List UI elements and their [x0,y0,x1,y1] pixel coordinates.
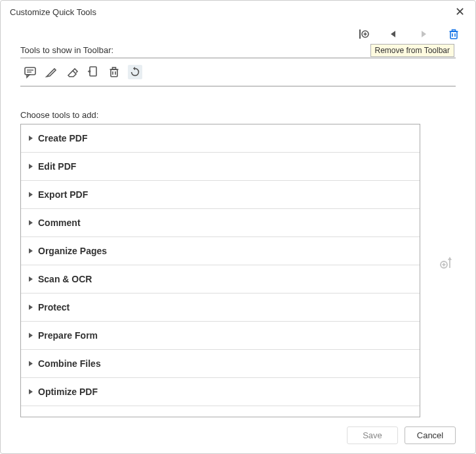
expand-triangle-icon [29,276,33,282]
move-right-button[interactable] [418,28,429,40]
dialog-title: Customize Quick Tools [10,7,96,17]
category-label: Scan & OCR [38,274,92,284]
remove-from-toolbar-button[interactable] [448,28,460,40]
page-arrow-icon[interactable] [86,65,100,79]
category-label: Protect [38,302,69,312]
category-item[interactable]: Comment [21,209,420,237]
choose-tools-row: Create PDFEdit PDFExport PDFCommentOrgan… [20,124,456,417]
category-label: Export PDF [38,189,88,200]
titlebar: Customize Quick Tools ✕ [1,1,475,23]
svg-rect-16 [111,69,117,77]
current-toolbar [20,58,456,86]
cancel-button[interactable]: Cancel [405,426,456,444]
category-label: Prepare Form [38,330,98,341]
svg-rect-6 [450,31,457,39]
category-label: Combine Files [38,358,101,369]
category-label: Comment [38,218,81,228]
remove-tooltip: Remove from Toolbar [370,44,455,57]
eraser-icon[interactable] [65,65,79,79]
category-label: Optimize PDF [38,387,98,397]
customize-quick-tools-dialog: Customize Quick Tools ✕ Tools to show in… [0,0,476,454]
close-icon[interactable]: ✕ [451,3,469,20]
category-label: Create PDF [38,133,87,143]
category-item[interactable]: Combine Files [21,350,420,378]
expand-triangle-icon [29,333,33,338]
add-to-toolbar-button[interactable] [437,255,456,271]
dialog-footer: Save Cancel [1,417,475,454]
svg-marker-26 [448,257,452,260]
tool-category-list: Create PDFEdit PDFExport PDFCommentOrgan… [20,124,420,417]
svg-rect-15 [90,67,96,76]
category-item[interactable]: Export PDF [21,181,420,209]
toolbar-move-controls [357,28,460,40]
highlight-pen-icon[interactable] [44,65,58,79]
add-divider-button[interactable] [357,28,369,40]
expand-triangle-icon [29,164,33,169]
tools-to-show-label: Tools to show in Toolbar: [20,45,113,55]
rotate-icon[interactable] [128,65,142,79]
svg-marker-5 [422,31,426,37]
dialog-content: Tools to show in Toolbar: [1,23,475,417]
toolbar-section: Tools to show in Toolbar: [20,29,456,86]
move-left-button[interactable] [387,28,399,40]
category-item[interactable]: Protect [21,293,420,322]
expand-triangle-icon [29,389,33,394]
save-button[interactable]: Save [347,426,398,444]
expand-triangle-icon [29,248,33,254]
category-label: Edit PDF [38,161,76,172]
svg-marker-21 [133,67,135,70]
expand-triangle-icon [29,305,33,310]
svg-marker-12 [27,75,30,77]
svg-rect-10 [452,30,456,32]
expand-triangle-icon [29,192,33,197]
trash-icon[interactable] [107,65,121,79]
category-label: Organize Pages [38,246,107,256]
expand-triangle-icon [29,220,33,225]
tool-category-scroll[interactable]: Create PDFEdit PDFExport PDFCommentOrgan… [21,124,420,417]
category-item[interactable]: Prepare Form [21,322,420,350]
svg-marker-4 [391,31,395,37]
category-item[interactable]: Edit PDF [21,153,420,181]
comment-bubble-icon[interactable] [23,65,37,79]
expand-triangle-icon [29,136,33,141]
choose-tools-label: Choose tools to add: [20,110,456,120]
svg-rect-20 [113,67,116,69]
category-item[interactable]: Organize Pages [21,237,420,265]
category-item[interactable]: Scan & OCR [21,265,420,293]
category-item[interactable]: Create PDF [21,124,420,153]
category-item[interactable]: Optimize PDF [21,378,420,406]
expand-triangle-icon [29,361,33,366]
svg-rect-11 [25,67,35,75]
